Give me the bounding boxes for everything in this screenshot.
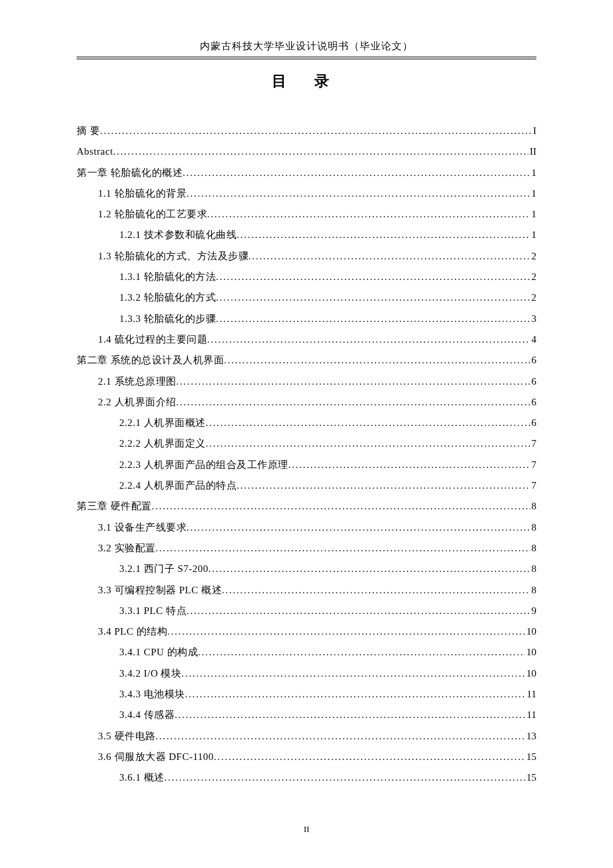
toc-entry-page: 10 [525, 667, 536, 679]
toc-entry-label: Abstract [77, 145, 113, 157]
toc-entry: 3.4.4 传感器11 [77, 709, 536, 721]
toc-leader-dots [216, 314, 530, 325]
toc-leader-dots [207, 209, 530, 221]
toc-entry-page: 15 [525, 771, 536, 783]
toc-entry-label: 3.3.1 PLC 特点 [119, 605, 187, 617]
toc-entry-label: 3.6 伺服放大器 DFC-1100 [98, 751, 214, 763]
toc-entry-label: 3.4.2 I/O 模块 [119, 667, 182, 679]
toc-entry: 2.2.1 人机界面概述6 [77, 417, 536, 429]
toc-entry-label: 3.4.4 传感器 [119, 709, 175, 721]
toc-entry-page: I [532, 125, 536, 137]
toc-entry-label: 2.1 系统总原理图 [98, 375, 177, 387]
header-rule-thin [77, 59, 536, 59]
toc-entry-page: 6 [530, 396, 537, 408]
toc-entry-page: 6 [530, 417, 537, 429]
toc-entry-page: 7 [530, 479, 537, 491]
toc-entry: 2.2 人机界面介绍6 [77, 396, 536, 409]
toc-leader-dots [198, 647, 525, 659]
toc-entry-label: 3.2 实验配置 [98, 542, 156, 554]
toc-entry: 第三章 硬件配置8 [77, 500, 536, 513]
toc-entry-page: 7 [530, 437, 537, 449]
toc-entry-label: 1.3.2 轮胎硫化的方式 [119, 291, 216, 303]
toc-leader-dots [224, 355, 530, 367]
toc-entry-label: 1.3.1 轮胎硫化的方法 [119, 271, 216, 283]
toc-entry-label: 第一章 轮胎硫化的概述 [77, 167, 183, 179]
toc-title: 目 录 [77, 71, 536, 91]
toc-entry-page: 1 [530, 229, 537, 241]
toc-entry-label: 1.2.1 技术参数和硫化曲线 [119, 229, 237, 241]
toc-entry: 3.5 硬件电路13 [77, 730, 536, 743]
toc-leader-dots [222, 585, 530, 597]
toc-leader-dots [165, 773, 525, 784]
toc-entry-page: 6 [530, 375, 537, 387]
toc-entry-page: 2 [530, 271, 537, 283]
toc-entry-page: 11 [526, 688, 536, 700]
toc-entry-page: 8 [530, 521, 537, 533]
toc-entry: 3.2.1 西门子 S7-2008 [77, 563, 536, 575]
toc-leader-dots [167, 627, 525, 638]
header-rule-thick [77, 57, 536, 57]
toc-entry: 3.4.3 电池模块11 [77, 688, 536, 701]
toc-entry-page: 8 [530, 584, 537, 596]
toc-entry-page: 3 [530, 313, 537, 325]
toc-entry: 1.3.2 轮胎硫化的方式2 [77, 291, 536, 304]
toc-entry: 3.4 PLC 的结构10 [77, 625, 536, 638]
toc-entry-page: 10 [525, 625, 536, 637]
toc-leader-dots [113, 147, 528, 158]
toc-entry-page: 9 [530, 605, 537, 617]
toc-leader-dots [177, 397, 530, 409]
toc-entry: 3.2 实验配置8 [77, 542, 536, 555]
toc-leader-dots [175, 710, 525, 721]
toc-entry-page: 2 [530, 291, 537, 303]
toc-leader-dots [187, 189, 530, 200]
toc-leader-dots [206, 439, 530, 450]
toc-entry-label: 摘 要 [77, 125, 100, 137]
toc-leader-dots [289, 460, 530, 471]
toc-leader-dots [249, 251, 530, 263]
toc-entry-page: II [528, 145, 536, 157]
toc-entry: 摘 要I [77, 125, 536, 137]
toc-entry-label: 3.4.3 电池模块 [119, 688, 185, 700]
toc-entry-label: 2.2.1 人机界面概述 [119, 417, 206, 429]
toc-entry-label: 第二章 系统的总设计及人机界面 [77, 354, 224, 366]
toc-entry-page: 1 [530, 167, 537, 179]
toc-leader-dots [207, 335, 530, 346]
toc-leader-dots [156, 731, 526, 743]
toc-entry-page: 13 [525, 730, 536, 742]
toc-leader-dots [209, 564, 530, 575]
toc-leader-dots [187, 606, 530, 617]
toc-entry: 1.2 轮胎硫化的工艺要求1 [77, 208, 536, 221]
toc-entry-label: 3.5 硬件电路 [98, 730, 156, 742]
toc-leader-dots [237, 481, 530, 492]
toc-entry-label: 3.6.1 概述 [119, 771, 165, 783]
toc-leader-dots [237, 230, 530, 241]
toc-entry-page: 10 [525, 646, 536, 658]
toc-entry-page: 6 [530, 354, 537, 366]
toc-entry: 3.4.1 CPU 的构成10 [77, 646, 536, 659]
toc-entry-label: 3.2.1 西门子 S7-200 [119, 563, 209, 575]
toc-entry-page: 11 [526, 709, 536, 721]
toc-leader-dots [216, 293, 530, 304]
toc-entry: 3.1 设备生产线要求8 [77, 521, 536, 534]
toc-entry-page: 8 [530, 542, 537, 554]
toc-leader-dots [214, 752, 525, 763]
toc-entry: 2.2.4 人机界面产品的特点7 [77, 479, 536, 492]
toc-entry: 2.1 系统总原理图6 [77, 375, 536, 388]
toc-entry-page: 1 [530, 187, 537, 199]
toc-entry-label: 1.2 轮胎硫化的工艺要求 [98, 208, 207, 220]
toc-entry-label: 3.4 PLC 的结构 [98, 625, 167, 637]
toc-entry: 3.3.1 PLC 特点9 [77, 605, 536, 617]
toc-entry-label: 第三章 硬件配置 [77, 500, 152, 512]
toc-entry: 1.3 轮胎硫化的方式、方法及步骤2 [77, 250, 536, 263]
toc-entry-label: 1.4 硫化过程的主要问题 [98, 333, 207, 345]
toc-entry: 3.6.1 概述15 [77, 771, 536, 784]
page-number-footer: II [0, 824, 613, 835]
toc-entry-label: 1.1 轮胎硫化的背景 [98, 187, 187, 199]
toc-leader-dots [187, 523, 530, 534]
toc-entry: 3.4.2 I/O 模块10 [77, 667, 536, 680]
toc-entry-label: 1.3 轮胎硫化的方式、方法及步骤 [98, 250, 249, 262]
toc-entry: 2.2.3 人机界面产品的组合及工作原理7 [77, 459, 536, 471]
toc-entry-label: 2.2 人机界面介绍 [98, 396, 177, 408]
toc-entry-label: 2.2.3 人机界面产品的组合及工作原理 [119, 459, 289, 471]
toc-leader-dots [216, 272, 530, 283]
